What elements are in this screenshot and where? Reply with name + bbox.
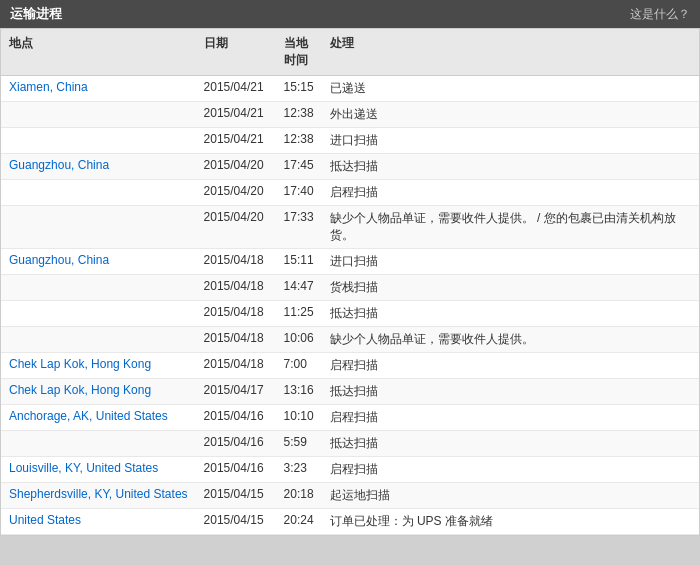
cell-time: 17:33 xyxy=(276,206,322,249)
table-row: Xiamen, China2015/04/2115:15已递送 xyxy=(1,76,699,102)
cell-activity: 启程扫描 xyxy=(322,405,699,431)
cell-time: 12:38 xyxy=(276,102,322,128)
cell-location[interactable]: Guangzhou, China xyxy=(1,154,196,180)
table-row: Guangzhou, China2015/04/1815:11进口扫描 xyxy=(1,249,699,275)
table-row: Chek Lap Kok, Hong Kong2015/04/1713:16抵达… xyxy=(1,379,699,405)
cell-activity: 已递送 xyxy=(322,76,699,102)
cell-location[interactable]: Guangzhou, China xyxy=(1,249,196,275)
cell-location[interactable]: Louisville, KY, United States xyxy=(1,457,196,483)
cell-date: 2015/04/16 xyxy=(196,405,276,431)
table-header: 地点 日期 当地时间 处理 xyxy=(1,29,699,76)
cell-time: 10:10 xyxy=(276,405,322,431)
col-header-activity: 处理 xyxy=(322,29,699,76)
cell-activity: 启程扫描 xyxy=(322,457,699,483)
cell-activity: 进口扫描 xyxy=(322,128,699,154)
cell-time: 14:47 xyxy=(276,275,322,301)
table-row: Chek Lap Kok, Hong Kong2015/04/187:00启程扫… xyxy=(1,353,699,379)
cell-activity: 抵达扫描 xyxy=(322,301,699,327)
cell-date: 2015/04/21 xyxy=(196,76,276,102)
cell-location xyxy=(1,128,196,154)
cell-time: 7:00 xyxy=(276,353,322,379)
cell-date: 2015/04/18 xyxy=(196,275,276,301)
cell-activity: 抵达扫描 xyxy=(322,379,699,405)
table-row: 2015/04/1811:25抵达扫描 xyxy=(1,301,699,327)
cell-location[interactable]: United States xyxy=(1,509,196,535)
cell-date: 2015/04/16 xyxy=(196,457,276,483)
cell-date: 2015/04/21 xyxy=(196,102,276,128)
cell-date: 2015/04/20 xyxy=(196,206,276,249)
cell-location xyxy=(1,301,196,327)
cell-location[interactable]: Anchorage, AK, United States xyxy=(1,405,196,431)
table-row: 2015/04/1810:06缺少个人物品单证，需要收件人提供。 xyxy=(1,327,699,353)
table-row: 2015/04/1814:47货栈扫描 xyxy=(1,275,699,301)
cell-activity: 启程扫描 xyxy=(322,180,699,206)
cell-date: 2015/04/18 xyxy=(196,353,276,379)
table-row: Anchorage, AK, United States2015/04/1610… xyxy=(1,405,699,431)
cell-time: 5:59 xyxy=(276,431,322,457)
cell-date: 2015/04/21 xyxy=(196,128,276,154)
table-row: 2015/04/2017:33缺少个人物品单证，需要收件人提供。 / 您的包裹已… xyxy=(1,206,699,249)
cell-date: 2015/04/20 xyxy=(196,180,276,206)
cell-time: 15:11 xyxy=(276,249,322,275)
col-header-time: 当地时间 xyxy=(276,29,322,76)
cell-activity: 抵达扫描 xyxy=(322,154,699,180)
cell-date: 2015/04/16 xyxy=(196,431,276,457)
cell-activity: 抵达扫描 xyxy=(322,431,699,457)
cell-location[interactable]: Chek Lap Kok, Hong Kong xyxy=(1,353,196,379)
cell-time: 20:24 xyxy=(276,509,322,535)
panel-title: 运输进程 xyxy=(10,5,62,23)
cell-date: 2015/04/18 xyxy=(196,327,276,353)
cell-time: 11:25 xyxy=(276,301,322,327)
panel-header: 运输进程 这是什么？ xyxy=(0,0,700,28)
cell-time: 3:23 xyxy=(276,457,322,483)
cell-time: 12:38 xyxy=(276,128,322,154)
cell-activity: 货栈扫描 xyxy=(322,275,699,301)
cell-location xyxy=(1,275,196,301)
main-container: 运输进程 这是什么？ 地点 日期 当地时间 处理 Xiamen, China20… xyxy=(0,0,700,536)
help-link[interactable]: 这是什么？ xyxy=(630,6,690,23)
cell-time: 15:15 xyxy=(276,76,322,102)
cell-time: 20:18 xyxy=(276,483,322,509)
cell-time: 13:16 xyxy=(276,379,322,405)
table-row: Shepherdsville, KY, United States2015/04… xyxy=(1,483,699,509)
cell-activity: 缺少个人物品单证，需要收件人提供。 xyxy=(322,327,699,353)
table-row: Guangzhou, China2015/04/2017:45抵达扫描 xyxy=(1,154,699,180)
cell-date: 2015/04/18 xyxy=(196,301,276,327)
table-row: United States2015/04/1520:24订单已处理：为 UPS … xyxy=(1,509,699,535)
cell-location xyxy=(1,180,196,206)
col-header-date: 日期 xyxy=(196,29,276,76)
cell-location xyxy=(1,327,196,353)
cell-date: 2015/04/15 xyxy=(196,509,276,535)
cell-time: 17:45 xyxy=(276,154,322,180)
cell-activity: 订单已处理：为 UPS 准备就绪 xyxy=(322,509,699,535)
cell-location[interactable]: Xiamen, China xyxy=(1,76,196,102)
table-row: 2015/04/2112:38外出递送 xyxy=(1,102,699,128)
cell-location[interactable]: Chek Lap Kok, Hong Kong xyxy=(1,379,196,405)
cell-date: 2015/04/15 xyxy=(196,483,276,509)
cell-activity: 外出递送 xyxy=(322,102,699,128)
cell-date: 2015/04/18 xyxy=(196,249,276,275)
table-row: Louisville, KY, United States2015/04/163… xyxy=(1,457,699,483)
tracking-table-container: 地点 日期 当地时间 处理 Xiamen, China2015/04/2115:… xyxy=(0,28,700,536)
table-row: 2015/04/2017:40启程扫描 xyxy=(1,180,699,206)
table-row: 2015/04/165:59抵达扫描 xyxy=(1,431,699,457)
cell-date: 2015/04/20 xyxy=(196,154,276,180)
cell-location xyxy=(1,431,196,457)
cell-activity: 缺少个人物品单证，需要收件人提供。 / 您的包裹已由清关机构放货。 xyxy=(322,206,699,249)
cell-date: 2015/04/17 xyxy=(196,379,276,405)
cell-location xyxy=(1,206,196,249)
cell-location[interactable]: Shepherdsville, KY, United States xyxy=(1,483,196,509)
tracking-table: 地点 日期 当地时间 处理 Xiamen, China2015/04/2115:… xyxy=(1,29,699,535)
col-header-location: 地点 xyxy=(1,29,196,76)
cell-location xyxy=(1,102,196,128)
cell-activity: 进口扫描 xyxy=(322,249,699,275)
table-body: Xiamen, China2015/04/2115:15已递送2015/04/2… xyxy=(1,76,699,535)
table-row: 2015/04/2112:38进口扫描 xyxy=(1,128,699,154)
cell-activity: 起运地扫描 xyxy=(322,483,699,509)
cell-time: 10:06 xyxy=(276,327,322,353)
cell-activity: 启程扫描 xyxy=(322,353,699,379)
cell-time: 17:40 xyxy=(276,180,322,206)
